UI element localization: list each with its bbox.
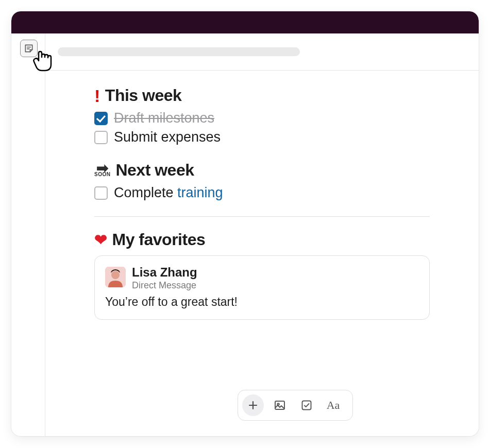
checkbox-icon — [300, 399, 313, 411]
app-window: ! This week Draft milestones Submit expe… — [11, 11, 479, 436]
image-button[interactable] — [269, 394, 291, 416]
avatar — [105, 267, 126, 287]
content-area: ! This week Draft milestones Submit expe… — [45, 71, 479, 436]
image-icon — [274, 399, 286, 411]
checkbox-checked[interactable] — [94, 112, 108, 125]
task-row: Submit expenses — [94, 129, 430, 145]
card-author: Lisa Zhang — [132, 265, 197, 280]
sidebar — [11, 33, 45, 436]
text-format-icon: Aa — [327, 399, 340, 412]
soon-icon: ➡ SOON — [94, 164, 110, 177]
task-label: Complete training — [114, 185, 223, 201]
editor-toolbar: Aa — [238, 390, 353, 421]
section-heading-next-week: ➡ SOON Next week — [94, 161, 430, 180]
canvas-button[interactable] — [20, 40, 38, 57]
card-body: You’re off to a great start! — [105, 295, 419, 309]
text-format-button[interactable]: Aa — [323, 394, 344, 416]
task-label: Draft milestones — [114, 110, 214, 126]
section-heading-favorites: ❤ My favorites — [94, 230, 430, 249]
checkbox[interactable] — [94, 131, 108, 144]
section-heading-this-week: ! This week — [94, 86, 430, 105]
header-row — [45, 33, 479, 71]
message-card[interactable]: Lisa Zhang Direct Message You’re off to … — [94, 255, 430, 320]
title-placeholder[interactable] — [58, 47, 300, 56]
card-subtitle: Direct Message — [132, 280, 197, 291]
add-button[interactable] — [242, 394, 264, 416]
exclamation-icon: ! — [94, 87, 100, 105]
note-icon — [24, 43, 34, 54]
section-title: Next week — [115, 161, 194, 180]
plus-icon — [247, 399, 259, 411]
section-title: My favorites — [112, 230, 206, 249]
divider — [94, 216, 430, 217]
checklist-button[interactable] — [296, 394, 317, 416]
task-label: Submit expenses — [114, 129, 221, 145]
heart-icon: ❤ — [94, 231, 107, 249]
titlebar — [11, 11, 479, 33]
section-title: This week — [105, 86, 181, 105]
training-link[interactable]: training — [177, 185, 223, 200]
svg-rect-8 — [302, 401, 311, 410]
main-area: ! This week Draft milestones Submit expe… — [45, 33, 479, 436]
svg-point-3 — [111, 271, 120, 279]
task-row: Draft milestones — [94, 110, 430, 126]
task-row: Complete training — [94, 185, 430, 201]
checkbox[interactable] — [94, 186, 108, 200]
